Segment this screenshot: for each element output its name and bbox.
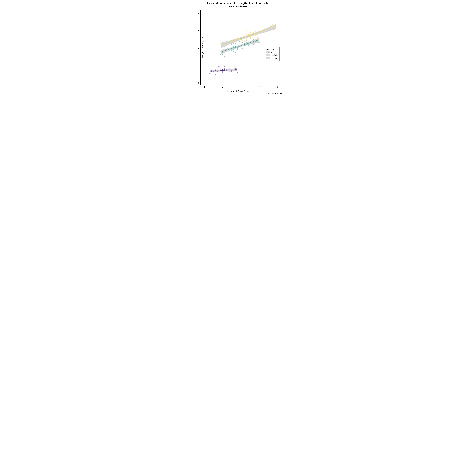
point-setosa: [237, 72, 238, 73]
chart-caption: From IRIS dataset: [268, 92, 282, 94]
point-versicolor: [224, 56, 225, 57]
point-setosa: [217, 71, 218, 72]
point-virginica: [244, 41, 245, 42]
point-versicolor: [220, 54, 221, 55]
point-setosa: [222, 68, 223, 69]
x-tick-label: 4: [204, 85, 205, 88]
point-virginica: [248, 35, 249, 36]
point-virginica: [240, 41, 241, 42]
point-versicolor: [255, 41, 256, 42]
point-setosa: [219, 66, 220, 67]
point-versicolor: [242, 42, 243, 44]
x-axis-label: Lenght of Sepal (cm): [227, 90, 249, 93]
legend-item-setosa: setosa: [267, 51, 278, 53]
point-versicolor: [257, 40, 258, 41]
y-tick-label: 8: [194, 12, 201, 15]
point-virginica: [272, 24, 273, 25]
chart-titles: Association between the length of petal …: [190, 0, 286, 8]
point-virginica: [244, 35, 245, 36]
point-virginica: [220, 43, 221, 44]
point-virginica: [250, 32, 251, 33]
legend-dot-icon: [268, 55, 269, 55]
point-virginica: [250, 35, 251, 36]
point-versicolor: [229, 43, 230, 44]
point-setosa: [228, 69, 229, 70]
point-versicolor: [240, 43, 241, 44]
point-virginica: [248, 36, 249, 37]
point-versicolor: [233, 43, 234, 44]
point-versicolor: [244, 43, 245, 44]
point-setosa: [220, 70, 221, 71]
point-virginica: [250, 37, 251, 38]
point-versicolor: [239, 41, 240, 42]
legend-dot-icon: [268, 58, 269, 58]
point-versicolor: [237, 48, 238, 49]
point-versicolor: [222, 54, 223, 55]
legend-swatch: [267, 51, 270, 53]
point-versicolor: [253, 42, 254, 43]
point-versicolor: [244, 45, 245, 46]
point-versicolor: [252, 44, 253, 45]
point-setosa: [229, 71, 230, 72]
point-setosa: [215, 74, 216, 75]
point-virginica: [266, 29, 267, 31]
point-setosa: [211, 71, 212, 72]
point-versicolor: [233, 51, 234, 52]
point-virginica: [246, 39, 247, 40]
point-versicolor: [246, 44, 247, 45]
point-virginica: [257, 33, 258, 34]
y-tick-label: 6: [194, 30, 201, 32]
point-setosa: [235, 68, 236, 69]
point-setosa: [229, 69, 230, 70]
point-virginica: [263, 30, 264, 32]
plot-area: Species setosaversicolorvirginica 024684…: [200, 10, 280, 85]
legend-dot-icon: [268, 52, 269, 53]
legend-title: Species: [267, 48, 278, 50]
point-virginica: [255, 31, 256, 32]
y-tick-label: 2: [194, 64, 201, 67]
point-versicolor: [233, 46, 234, 47]
point-versicolor: [231, 50, 232, 51]
point-versicolor: [226, 49, 227, 50]
x-tick-label: 8: [277, 85, 278, 88]
point-setosa: [224, 68, 225, 69]
legend-swatch: [267, 57, 270, 59]
legend-rows: setosaversicolorvirginica: [267, 51, 278, 59]
point-setosa: [215, 70, 216, 71]
point-virginica: [275, 27, 276, 28]
point-virginica: [235, 39, 236, 40]
x-tick-label: 5: [222, 85, 223, 88]
point-virginica: [264, 28, 265, 29]
point-virginica: [272, 22, 273, 23]
point-versicolor: [240, 48, 241, 49]
point-virginica: [270, 25, 271, 26]
point-versicolor: [233, 49, 234, 50]
y-tick-label: 0: [194, 82, 201, 84]
point-virginica: [255, 35, 256, 36]
point-setosa: [217, 68, 218, 69]
point-virginica: [233, 40, 234, 41]
point-virginica: [263, 32, 264, 33]
point-versicolor: [235, 43, 236, 44]
point-virginica: [242, 34, 243, 35]
legend: Species setosaversicolorvirginica: [265, 47, 280, 61]
y-tick-label: 4: [194, 47, 201, 50]
legend-label: versicolor: [271, 54, 278, 56]
point-virginica: [237, 38, 238, 39]
point-virginica: [257, 35, 258, 36]
point-virginica: [242, 40, 243, 41]
chart-subtitle: From IRIS dataset: [190, 5, 286, 8]
point-versicolor: [231, 44, 232, 45]
point-versicolor: [246, 42, 247, 43]
point-versicolor: [253, 44, 254, 45]
point-versicolor: [239, 46, 240, 47]
point-virginica: [253, 37, 254, 38]
point-virginica: [239, 38, 240, 39]
point-versicolor: [235, 52, 236, 53]
point-versicolor: [242, 48, 243, 49]
legend-label: setosa: [271, 51, 276, 53]
x-tick-label: 7: [259, 85, 260, 88]
point-virginica: [257, 38, 258, 39]
legend-item-versicolor: versicolor: [267, 54, 278, 56]
point-setosa: [235, 69, 236, 70]
